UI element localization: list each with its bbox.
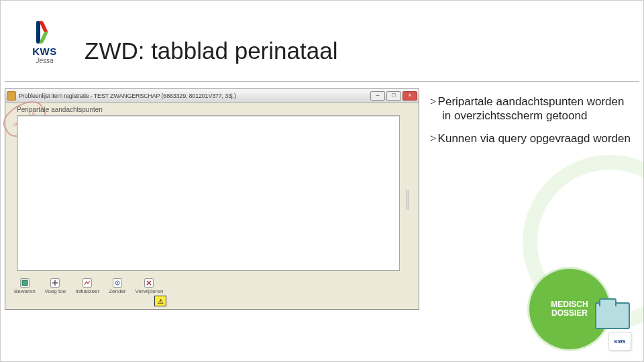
peripartale-textarea[interactable] xyxy=(17,115,400,271)
svg-point-2 xyxy=(117,282,118,284)
window-icon xyxy=(7,91,16,101)
folder-icon xyxy=(595,302,630,329)
window-title: Probleenlijst item registratie - TEST ZW… xyxy=(19,93,370,99)
resize-handle[interactable] xyxy=(406,190,409,210)
mini-badge-kws: KWS xyxy=(608,332,631,351)
bewaren-button[interactable]: Bewaren xyxy=(14,278,36,294)
svg-rect-0 xyxy=(22,280,28,286)
delete-icon xyxy=(144,278,154,288)
bewaren-label: Bewaren xyxy=(14,288,36,294)
divider xyxy=(5,81,639,82)
add-icon xyxy=(50,278,60,288)
zender-button[interactable]: Zender xyxy=(109,278,125,294)
badge-line2: DOSSIER xyxy=(551,308,588,318)
bottom-toolbar: Bewaren Voeg toe Initializeer Zender Ver… xyxy=(14,282,410,294)
maximize-button[interactable]: □ xyxy=(386,91,401,101)
voeg-toe-button[interactable]: Voeg toe xyxy=(45,278,66,294)
zender-label: Zender xyxy=(109,288,125,294)
initializeer-label: Initializeer xyxy=(75,288,99,294)
sender-icon xyxy=(113,278,122,288)
app-window: Probleenlijst item registratie - TEST ZW… xyxy=(5,88,419,310)
bullet-item-1: Peripartale aandachtspunten worden in ov… xyxy=(430,95,631,123)
logo-k-icon xyxy=(35,21,55,44)
save-icon xyxy=(20,278,30,288)
logo-kws-jessa: KWS Jessa xyxy=(26,21,63,64)
initializeer-button[interactable]: Initializeer xyxy=(75,278,99,294)
verwijderen-button[interactable]: Verwijderen xyxy=(136,278,164,294)
bullet-list: Peripartale aandachtspunten worden in ov… xyxy=(430,95,631,154)
voeg-toe-label: Voeg toe xyxy=(45,288,66,294)
medisch-dossier-badge: MEDISCHDOSSIER KWS xyxy=(523,267,630,355)
window-titlebar: Probleenlijst item registratie - TEST ZW… xyxy=(5,89,419,103)
page-title: ZWD: tabblad perinataal xyxy=(85,38,337,64)
verwijderen-label: Verwijderen xyxy=(136,288,164,294)
logo-text-kws: KWS xyxy=(26,46,63,57)
bullet-item-2: Kunnen via query opgevraagd worden xyxy=(430,131,631,145)
section-label: Peripartale aandachtspunten xyxy=(17,106,103,113)
slide: KWS Jessa ZWD: tabblad perinataal Proble… xyxy=(0,0,644,362)
minimize-button[interactable]: – xyxy=(370,91,385,101)
logo-text-jessa: Jessa xyxy=(26,57,63,64)
window-buttons: – □ × xyxy=(370,91,417,101)
init-icon xyxy=(83,278,92,288)
badge-line1: MEDISCH xyxy=(551,300,588,309)
warning-icon[interactable]: ⚠ xyxy=(154,296,166,306)
close-button[interactable]: × xyxy=(402,91,417,101)
